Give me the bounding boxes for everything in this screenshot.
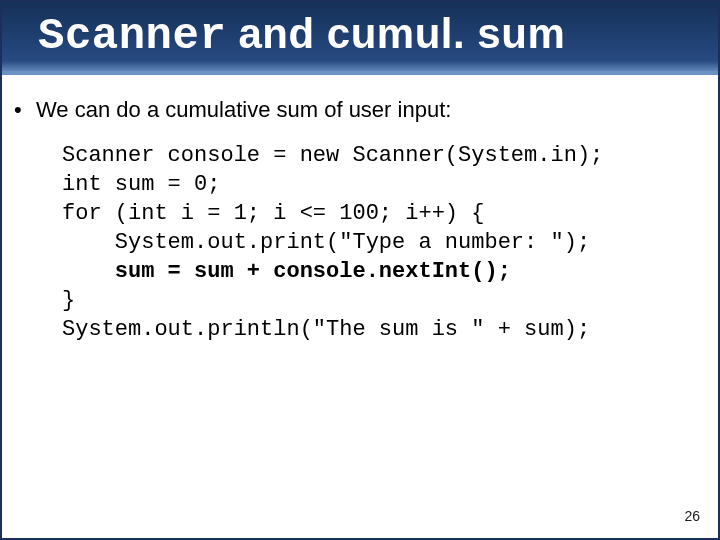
bullet-text: We can do a cumulative sum of user input… — [36, 97, 451, 123]
title-code-word: Scanner — [38, 11, 226, 61]
slide-header: Scanner and cumul. sum — [2, 2, 718, 75]
code-line: Scanner console = new Scanner(System.in)… — [62, 143, 603, 168]
code-line: for (int i = 1; i <= 100; i++) { — [62, 201, 484, 226]
bullet-item: • We can do a cumulative sum of user inp… — [14, 97, 706, 123]
slide-title: Scanner and cumul. sum — [38, 10, 718, 61]
code-block: Scanner console = new Scanner(System.in)… — [14, 141, 706, 344]
bullet-mark-icon: • — [14, 97, 28, 123]
code-line: System.out.print("Type a number: "); — [62, 230, 590, 255]
title-rest: and cumul. sum — [226, 10, 565, 57]
page-number: 26 — [684, 508, 700, 524]
code-line: System.out.println("The sum is " + sum); — [62, 317, 590, 342]
slide-content: • We can do a cumulative sum of user inp… — [2, 75, 718, 344]
code-line-emphasis: sum = sum + console.nextInt(); — [115, 259, 511, 284]
code-line — [62, 259, 115, 284]
code-line: int sum = 0; — [62, 172, 220, 197]
code-line: } — [62, 288, 75, 313]
